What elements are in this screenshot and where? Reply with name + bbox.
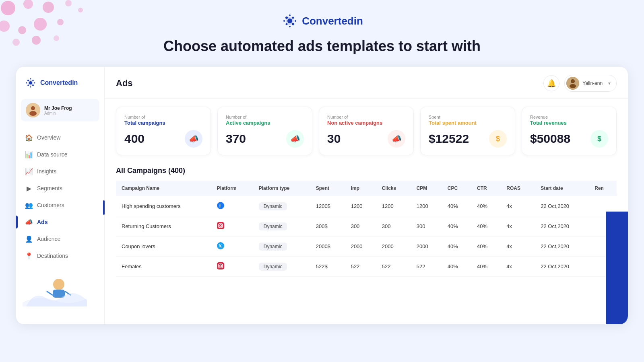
stat-value-row-revenue: $50088 $	[530, 130, 608, 148]
cell-clicks: 2000	[376, 237, 411, 257]
cell-name: Returning Customers	[116, 216, 211, 237]
cell-ctr: 40%	[471, 196, 501, 216]
cell-start-date: 22 Oct,2020	[535, 216, 589, 237]
main-content: Ads 🔔 Yalin-ann ▼	[105, 67, 628, 324]
table-row[interactable]: High spending customers f Dynamic 1200$ …	[116, 196, 617, 216]
user-chip-avatar	[566, 77, 579, 90]
sidebar-item-destinations[interactable]: 📍 Destinations	[19, 248, 101, 264]
sidebar-item-ads[interactable]: 📣 Ads	[19, 214, 101, 230]
svg-point-26	[27, 84, 29, 86]
stat-icon-active: 📣	[286, 130, 304, 148]
chevron-down-icon: ▼	[607, 81, 611, 86]
cell-roas: 4x	[501, 196, 535, 216]
svg-text:𝕏: 𝕏	[218, 244, 222, 248]
sidebar-item-datasource[interactable]: 📊 Data source	[19, 146, 101, 162]
convertedin-logo-icon	[281, 12, 299, 30]
sidebar-item-overview[interactable]: 🏠 Overview	[19, 130, 101, 146]
cell-imp: 1200	[345, 196, 376, 216]
stat-label-spent: Spent Total spent amount	[429, 114, 507, 126]
svg-line-37	[47, 291, 53, 295]
sidebar-logo: Convertedin	[16, 76, 104, 99]
cell-start-date: 22 Oct,2020	[535, 237, 589, 257]
topbar: Ads 🔔 Yalin-ann ▼	[105, 67, 628, 99]
cell-type: Dynamic	[253, 237, 310, 257]
svg-point-17	[292, 23, 294, 25]
ads-icon: 📣	[25, 218, 33, 226]
cell-cpm: 1200	[411, 196, 442, 216]
svg-point-13	[287, 19, 292, 23]
cell-clicks: 300	[376, 216, 411, 237]
right-blue-panel	[606, 212, 628, 324]
cell-imp: 300	[345, 216, 376, 237]
col-platform: Platform	[211, 181, 253, 196]
svg-point-31	[34, 82, 35, 84]
notification-icon: 🔔	[547, 79, 556, 88]
cell-spent: 2000$	[310, 237, 345, 257]
campaigns-table: Campaign Name Platform Platform type Spe…	[116, 181, 617, 277]
cell-platform: 𝕏	[211, 237, 253, 257]
stat-icon-spent: $	[489, 130, 507, 148]
cell-platform	[211, 257, 253, 277]
cell-platform: f	[211, 196, 253, 216]
sidebar-item-label: Ads	[37, 219, 47, 225]
sidebar: Convertedin Mr Joe Frog Admin 🏠 Overview	[16, 67, 105, 324]
col-spent: Spent	[310, 181, 345, 196]
stat-icon-total: 📣	[185, 130, 202, 148]
stat-icon-nonactive: 📣	[388, 130, 405, 148]
active-sidebar-bar	[103, 200, 105, 215]
stat-label-active: Number of Active campaigns	[226, 114, 304, 126]
top-logo: Convertedin	[0, 12, 644, 30]
stat-card-revenue: Revenue Total revenues $50088 $	[522, 107, 617, 155]
sidebar-item-label: Segments	[37, 185, 62, 191]
table-row[interactable]: Coupon lovers 𝕏 Dynamic 2000$ 2000 2000 …	[116, 237, 617, 257]
topbar-right: 🔔 Yalin-ann ▼	[543, 75, 617, 92]
destinations-icon: 📍	[25, 252, 33, 260]
audience-icon: 👤	[25, 235, 33, 243]
user-chip[interactable]: Yalin-ann ▼	[564, 75, 617, 92]
cell-spent: 522$	[310, 257, 345, 277]
sidebar-item-segments[interactable]: ▶ Segments	[19, 180, 101, 196]
sidebar-item-audience[interactable]: 👤 Audience	[19, 231, 101, 247]
user-chip-name: Yalin-ann	[582, 80, 603, 86]
datasource-icon: 📊	[25, 150, 33, 158]
cell-type: Dynamic	[253, 216, 310, 237]
svg-point-28	[30, 78, 31, 80]
col-cpc: CPC	[442, 181, 471, 196]
svg-rect-44	[217, 222, 224, 229]
col-platform-type: Platform type	[253, 181, 310, 196]
sidebar-logo-icon	[24, 76, 37, 89]
notification-button[interactable]: 🔔	[543, 75, 559, 91]
col-roas: ROAS	[501, 181, 535, 196]
svg-rect-50	[217, 262, 224, 269]
page-tagline: Choose automated ads templates to start …	[0, 38, 644, 55]
stat-label-revenue: Revenue Total revenues	[530, 114, 608, 126]
stat-value-row-total: 400 📣	[124, 130, 202, 148]
insights-icon: 📈	[25, 167, 33, 175]
table-row[interactable]: Females Dynamic 522$ 522 522 522 40% 40%…	[116, 257, 617, 277]
cell-name: Females	[116, 257, 211, 277]
cell-platform	[211, 216, 253, 237]
table-header-row: Campaign Name Platform Platform type Spe…	[116, 181, 617, 196]
stat-value-total: 400	[124, 132, 144, 146]
svg-point-29	[30, 86, 31, 88]
cell-cpc: 40%	[442, 196, 471, 216]
svg-point-15	[292, 17, 294, 19]
sidebar-user-avatar	[26, 103, 40, 117]
cell-roas: 4x	[501, 216, 535, 237]
segments-icon: ▶	[25, 184, 33, 192]
cell-cpc: 40%	[442, 216, 471, 237]
cell-cpm: 522	[411, 257, 442, 277]
col-imp: Imp	[345, 181, 376, 196]
cell-clicks: 522	[376, 257, 411, 277]
page-title: Ads	[116, 78, 133, 88]
table-row[interactable]: Returning Customers Dynamic 300$ 300 300…	[116, 216, 617, 237]
cell-spent: 300$	[310, 216, 345, 237]
sidebar-user[interactable]: Mr Joe Frog Admin	[21, 99, 99, 121]
svg-point-18	[289, 14, 291, 16]
sidebar-item-label: Overview	[37, 134, 60, 141]
sidebar-item-customers[interactable]: 👥 Customers	[19, 197, 101, 213]
sidebar-item-insights[interactable]: 📈 Insights	[19, 163, 101, 179]
customers-icon: 👥	[25, 201, 33, 209]
cell-cpm: 2000	[411, 237, 442, 257]
campaigns-section-title: All Campaigns (400)	[116, 167, 617, 175]
